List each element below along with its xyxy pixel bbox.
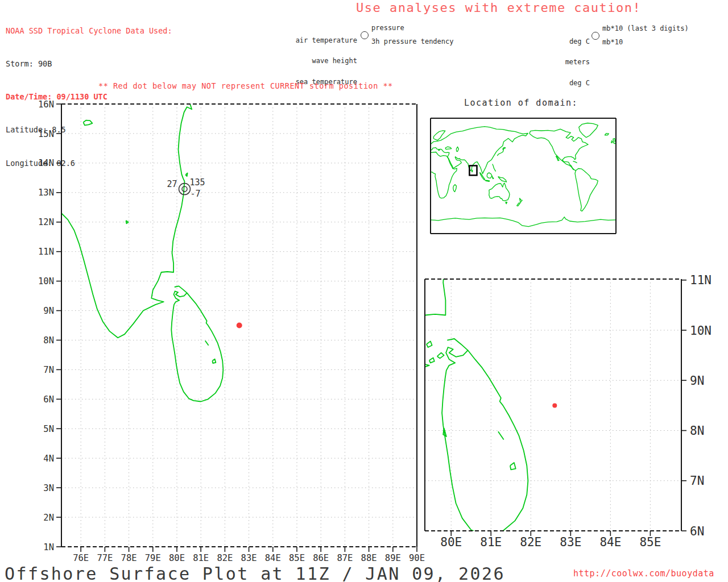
coastline xyxy=(530,129,588,171)
coastline xyxy=(506,202,507,204)
legend-unit-mb10-digits: mb*10 (last 3 digits) xyxy=(602,25,689,32)
coastline xyxy=(487,173,492,178)
coastline xyxy=(493,164,496,172)
x-axis-label: 85E xyxy=(639,535,661,549)
coastline xyxy=(442,339,528,535)
x-axis-label: 87E xyxy=(337,553,353,563)
legend-unit-mb10: mb*10 xyxy=(602,39,623,45)
y-axis-label: 4N xyxy=(43,454,54,464)
x-axis-label: 77E xyxy=(97,553,113,563)
coastline xyxy=(443,428,446,436)
coastline xyxy=(171,286,223,401)
x-axis-label: 80E xyxy=(440,535,462,549)
y-axis-label: 7N xyxy=(690,474,704,488)
x-axis-label: 81E xyxy=(193,553,209,563)
coastline xyxy=(510,463,516,469)
y-axis-label: 13N xyxy=(38,188,54,198)
y-axis-label: 8N xyxy=(43,335,54,346)
x-axis-label: 84E xyxy=(265,553,281,563)
coastline xyxy=(471,170,473,172)
coastline xyxy=(429,358,435,363)
coastline xyxy=(575,169,598,211)
storm-position-dot xyxy=(552,403,557,408)
world-location-map xyxy=(429,117,619,236)
legend-air-temp-label: air temperature xyxy=(245,37,357,44)
coastlines-group xyxy=(61,104,223,402)
y-axis-label: 8N xyxy=(690,424,704,438)
coastline xyxy=(431,217,616,227)
coastline xyxy=(431,152,457,198)
noaa-source-line: NOAA SSD Tropical Cyclone Data Used: xyxy=(6,26,172,36)
coastline xyxy=(605,134,609,135)
x-axis-label: 79E xyxy=(145,553,161,563)
y-axis-label: 9N xyxy=(690,374,704,388)
coastline xyxy=(498,431,504,439)
x-axis-label: 82E xyxy=(520,535,541,549)
legend-pressure-label: pressure xyxy=(371,24,404,31)
y-axis-label: 1N xyxy=(43,542,54,552)
coastline xyxy=(212,359,216,363)
world-map-canvas xyxy=(429,117,619,236)
y-axis-label: 14N xyxy=(38,158,54,168)
y-axis-label: 10N xyxy=(38,276,54,286)
coastline xyxy=(437,353,444,359)
coastline xyxy=(573,161,577,163)
station-air-temp: 27 xyxy=(167,179,177,189)
zoom-map: 80E81E82E83E84E85E11N10N9N8N7N6N xyxy=(418,273,728,568)
y-axis-label: 11N xyxy=(38,247,54,257)
source-url: http://coolwx.com/buoydata xyxy=(573,568,714,579)
caution-headline: Use analyses with extreme caution! xyxy=(356,1,641,15)
y-axis-label: 15N xyxy=(38,129,54,139)
buoy-plot-page: NOAA SSD Tropical Cyclone Data Used: Sto… xyxy=(0,0,728,582)
x-axis-label: 85E xyxy=(289,553,305,563)
station-model-circle-icon xyxy=(361,31,369,39)
x-axis-label: 83E xyxy=(560,535,581,549)
coastline xyxy=(498,177,507,182)
storm-position-warning: ** Red dot below may NOT represent CURRE… xyxy=(98,81,393,90)
coastline xyxy=(579,123,598,138)
y-axis-label: 3N xyxy=(43,483,54,493)
coastline xyxy=(497,147,506,156)
y-axis-label: 7N xyxy=(43,365,54,375)
storm-id: Storm: 90B xyxy=(6,59,172,69)
storm-position-dot xyxy=(237,323,242,329)
coastline xyxy=(520,198,523,202)
y-axis-label: 6N xyxy=(690,525,704,538)
station-pressure: 135 xyxy=(189,177,205,188)
x-axis-label: 80E xyxy=(169,553,185,563)
legend-unit-degc-2: deg C xyxy=(535,80,590,86)
coastline xyxy=(517,203,520,206)
coastline xyxy=(556,156,559,161)
legend-unit-meters: meters xyxy=(535,59,590,65)
x-axis-label: 86E xyxy=(313,553,329,563)
x-axis-label: 78E xyxy=(121,553,137,563)
plot-title: Offshore Surface Plot at 11Z / JAN 09, 2… xyxy=(5,564,505,582)
x-axis-label: 82E xyxy=(217,553,233,563)
coastline xyxy=(126,221,129,223)
coastline xyxy=(83,120,92,126)
x-axis-label: 89E xyxy=(385,553,401,563)
coastline xyxy=(445,147,452,149)
coastline xyxy=(427,341,432,347)
x-axis-label: 83E xyxy=(241,553,257,563)
main-map-canvas: 76E77E78E79E80E81E82E83E84E85E86E87E88E8… xyxy=(31,99,429,574)
x-axis-label: 88E xyxy=(361,553,377,563)
coastline xyxy=(453,185,457,192)
y-axis-label: 16N xyxy=(38,99,54,110)
coastline xyxy=(205,341,209,346)
station-legend-units-left: deg C meters deg C xyxy=(535,24,590,101)
coastline xyxy=(431,127,528,174)
y-axis-label: 12N xyxy=(38,217,54,227)
station-tendency: -7 xyxy=(190,189,200,199)
coastline xyxy=(492,176,494,179)
legend-tendency-label: 3h pressure tendency xyxy=(371,38,454,45)
coastline xyxy=(185,173,187,177)
y-axis-label: 2N xyxy=(43,513,54,523)
main-map: 76E77E78E79E80E81E82E83E84E85E86E87E88E8… xyxy=(31,99,429,574)
y-axis-label: 5N xyxy=(43,424,54,434)
coastlines-group xyxy=(431,123,616,227)
coastline xyxy=(485,180,490,181)
y-axis-label: 11N xyxy=(690,273,712,287)
units-model-circle-icon xyxy=(592,32,599,40)
y-axis-label: 6N xyxy=(43,394,54,405)
